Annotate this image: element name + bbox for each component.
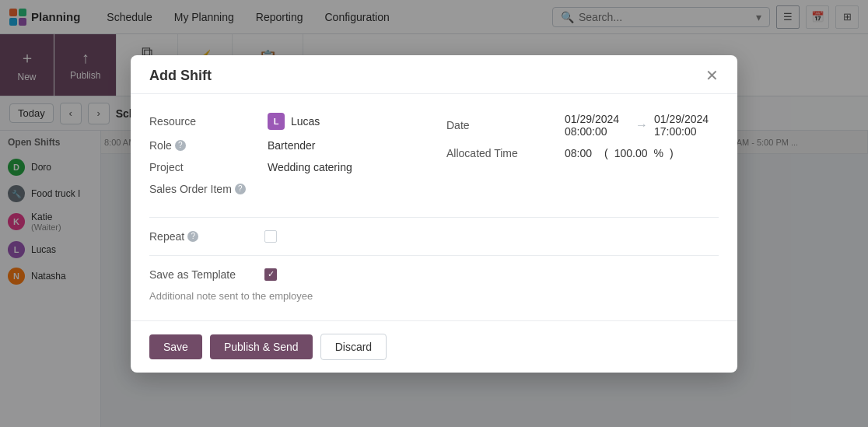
publish-send-button[interactable]: Publish & Send xyxy=(210,334,313,359)
save-as-template-row: Save as Template ✓ xyxy=(149,268,719,281)
form-divider-2 xyxy=(149,255,719,256)
role-value: Bartender xyxy=(268,139,315,152)
close-button[interactable]: ✕ xyxy=(705,68,719,83)
allocated-pct-label: % xyxy=(654,147,663,159)
sales-order-help-icon[interactable]: ? xyxy=(235,184,246,194)
repeat-checkbox[interactable] xyxy=(264,230,277,243)
resource-row: Resource L Lucas xyxy=(149,113,422,130)
save-as-template-checkbox[interactable]: ✓ xyxy=(264,268,277,281)
save-button[interactable]: Save xyxy=(149,334,202,359)
discard-button[interactable]: Discard xyxy=(320,334,387,360)
role-row: Role ? Bartender xyxy=(149,139,422,152)
project-label: Project xyxy=(149,161,258,173)
modal-header: Add Shift ✕ xyxy=(131,55,737,94)
resource-name: Lucas xyxy=(291,115,320,128)
form-columns: Resource L Lucas Role ? Bartender xyxy=(149,113,719,205)
modal-title: Add Shift xyxy=(149,68,212,84)
sales-order-row: Sales Order Item ? xyxy=(149,183,422,195)
repeat-help-icon[interactable]: ? xyxy=(187,231,198,242)
date-row: Date 01/29/2024 08:00:00 → 01/29/2024 17… xyxy=(446,113,719,138)
add-shift-modal: Add Shift ✕ Resource L Lucas xyxy=(131,55,737,373)
project-value: Wedding catering xyxy=(268,161,352,173)
date-arrow-icon: → xyxy=(635,118,648,132)
modal-body: Resource L Lucas Role ? Bartender xyxy=(131,94,737,320)
date-to: 01/29/2024 17:00:00 xyxy=(654,113,719,138)
date-from: 01/29/2024 08:00:00 xyxy=(565,113,629,138)
repeat-row: Repeat ? xyxy=(149,230,719,243)
form-left: Resource L Lucas Role ? Bartender xyxy=(149,113,422,205)
allocated-time-row: Allocated Time 08:00 ( 100.00 % ) xyxy=(446,147,719,159)
allocated-time-label: Allocated Time xyxy=(446,147,555,159)
save-as-template-label: Save as Template xyxy=(149,268,258,281)
project-row: Project Wedding catering xyxy=(149,161,422,173)
resource-label: Resource xyxy=(149,115,258,128)
form-divider xyxy=(149,217,719,218)
note-text: Additional note sent to the employee xyxy=(149,290,719,302)
check-mark-icon: ✓ xyxy=(268,269,275,279)
allocated-hours: 08:00 xyxy=(565,147,592,159)
sales-order-label: Sales Order Item ? xyxy=(149,183,258,195)
date-label: Date xyxy=(446,119,555,131)
allocated-pct: 100.00 xyxy=(614,147,648,159)
resource-value: L Lucas xyxy=(268,113,320,130)
repeat-label: Repeat ? xyxy=(149,230,258,243)
resource-avatar: L xyxy=(268,113,285,130)
modal-overlay: Add Shift ✕ Resource L Lucas xyxy=(0,0,868,427)
form-right: Date 01/29/2024 08:00:00 → 01/29/2024 17… xyxy=(446,113,719,205)
date-value: 01/29/2024 08:00:00 → 01/29/2024 17:00:0… xyxy=(565,113,719,138)
role-help-icon[interactable]: ? xyxy=(175,140,186,151)
modal-footer: Save Publish & Send Discard xyxy=(131,320,737,373)
allocated-time-value: 08:00 ( 100.00 % ) xyxy=(565,147,674,159)
role-label: Role ? xyxy=(149,139,258,152)
